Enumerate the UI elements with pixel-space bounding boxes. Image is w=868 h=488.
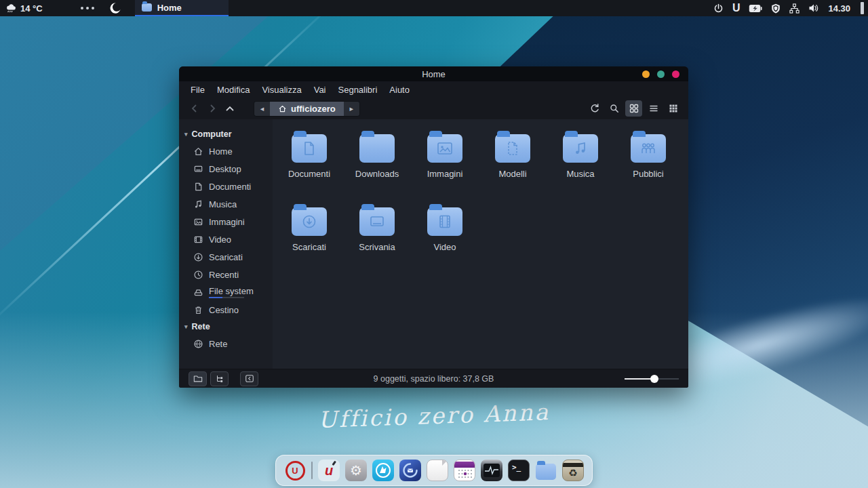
panel-clock[interactable]: 14.30 [828, 3, 850, 14]
dock-thunderbird-mail[interactable] [399, 460, 421, 481]
folder-icon [359, 207, 395, 236]
sidebar-item-home[interactable]: Home [179, 142, 273, 160]
clock-icon [193, 270, 203, 280]
menu-file[interactable]: File [184, 81, 211, 98]
thunderbird-icon [401, 462, 419, 479]
page-fold-icon [442, 460, 448, 466]
forward-button[interactable] [203, 100, 221, 117]
reload-button[interactable] [586, 100, 603, 117]
sidebar-item-immagini[interactable]: Immagini [179, 213, 273, 230]
folder-video[interactable]: Video [411, 198, 479, 271]
sidebar-item-video[interactable]: Video [179, 230, 273, 248]
menu-modifica[interactable]: Modifica [211, 81, 256, 98]
close-button[interactable] [672, 70, 679, 78]
dock-text-editor[interactable] [427, 460, 448, 481]
sidebar: ▾ Computer Home Desktop Documenti Musica [179, 119, 273, 369]
night-mode-icon[interactable] [109, 2, 121, 14]
folder-modelli[interactable]: Modelli [479, 125, 547, 198]
drive-icon [193, 287, 203, 298]
sidebar-item-rete[interactable]: Rete [179, 335, 273, 352]
folder-icon [536, 464, 556, 480]
folder-icon [427, 134, 462, 163]
home-icon [193, 146, 203, 157]
search-button[interactable] [606, 100, 623, 117]
calendar-grid-icon [456, 468, 473, 480]
zoom-slider[interactable] [625, 375, 679, 383]
dock-settings[interactable]: ⚙ [345, 460, 367, 481]
sidebar-item-desktop[interactable]: Desktop [179, 160, 273, 178]
folder-icon [142, 3, 152, 12]
maximize-button[interactable] [657, 70, 665, 78]
panel-menu-dots[interactable] [81, 7, 94, 9]
folder-icon [292, 134, 327, 163]
folder-scaricati[interactable]: Scaricati [275, 198, 343, 271]
ufficiozero-logo-icon: U [285, 461, 305, 481]
sidebar-item-musica[interactable]: Musica [179, 195, 273, 213]
titlebar[interactable]: Home [179, 66, 688, 81]
sidebar-section-rete[interactable]: ▾ Rete [179, 319, 273, 335]
minimize-button[interactable] [642, 70, 650, 78]
sidebar-item-scaricati[interactable]: Scaricati [179, 248, 273, 266]
network-globe-icon [193, 339, 203, 349]
sidebar-section-computer[interactable]: ▾ Computer [179, 126, 273, 142]
system-tray: U 14.30 [713, 2, 868, 14]
menu-visualizza[interactable]: Visualizza [256, 81, 307, 98]
list-view-button[interactable] [645, 100, 662, 117]
folder-downloads[interactable]: Downloads [343, 125, 411, 198]
icon-view-button[interactable] [625, 100, 642, 117]
home-icon [278, 104, 287, 113]
folder-musica[interactable]: Musica [547, 125, 614, 198]
dock-file-manager[interactable] [535, 460, 557, 481]
dock-librewolf-browser[interactable] [372, 460, 394, 481]
menu-segnalibri[interactable]: Segnalibri [332, 81, 384, 98]
ufficiozero-tray-icon[interactable]: U [732, 3, 741, 14]
dock-system-monitor[interactable] [481, 460, 502, 481]
dock-uapps[interactable]: u [318, 460, 340, 481]
sidebar-item-cestino[interactable]: Cestino [179, 301, 273, 319]
sidebar-item-documenti[interactable]: Documenti [179, 178, 273, 195]
folder-icon [359, 134, 395, 163]
folder-documenti[interactable]: Documenti [275, 125, 343, 198]
menu-vai[interactable]: Vai [308, 81, 332, 98]
weather-temp: 14 °C [20, 3, 43, 14]
show-desktop-button[interactable] [861, 2, 864, 14]
uapps-icon: u [325, 464, 333, 477]
dock-calendar[interactable] [454, 460, 475, 481]
weather-widget[interactable]: 14 °C [0, 3, 43, 14]
path-scroll-right-icon[interactable]: ▸ [344, 102, 359, 116]
compact-view-button[interactable] [665, 100, 682, 117]
dock-terminal[interactable]: >_ [508, 460, 530, 481]
dock-trash[interactable]: ♻ [562, 460, 584, 481]
slider-knob[interactable] [650, 375, 658, 383]
battery-icon[interactable] [749, 4, 762, 13]
chevron-down-icon: ▾ [184, 131, 188, 138]
toolbar: ◂ ufficiozero ▸ [179, 98, 688, 119]
power-icon[interactable] [713, 3, 724, 14]
trash-icon [193, 305, 203, 315]
up-button[interactable] [221, 100, 239, 117]
folder-scrivania[interactable]: Scrivania [343, 198, 411, 271]
chevron-down-icon: ▾ [184, 323, 188, 330]
taskbar-window-button[interactable]: Home [135, 0, 229, 16]
back-button[interactable] [186, 100, 203, 117]
image-icon [193, 217, 203, 227]
top-panel: 14 °C Home U [0, 0, 868, 16]
path-segment-home[interactable]: ufficiozero [270, 102, 344, 116]
sidebar-item-file-system[interactable]: File system [179, 283, 273, 301]
status-text: 9 oggetti, spazio libero: 37,8 GB [179, 374, 688, 384]
path-scroll-left-icon[interactable]: ◂ [254, 102, 270, 116]
shield-icon[interactable] [771, 3, 781, 14]
disk-usage-bar [209, 297, 244, 298]
network-icon[interactable] [789, 3, 800, 14]
volume-icon[interactable] [808, 3, 819, 13]
folder-immagini[interactable]: Immagini [411, 125, 479, 198]
film-icon [193, 235, 203, 245]
menu-aiuto[interactable]: Aiuto [383, 81, 416, 98]
gear-icon: ⚙ [350, 464, 362, 477]
dock-ufficiozero-logo[interactable]: U [284, 460, 306, 481]
sidebar-item-recenti[interactable]: Recenti [179, 266, 273, 283]
folder-pubblici[interactable]: Pubblici [614, 125, 682, 198]
file-view[interactable]: Documenti Downloads Immagini Modell [273, 119, 688, 369]
terminal-prompt-icon: >_ [509, 460, 521, 472]
file-manager-window: Home File Modifica Visualizza Vai Segnal… [179, 66, 688, 388]
